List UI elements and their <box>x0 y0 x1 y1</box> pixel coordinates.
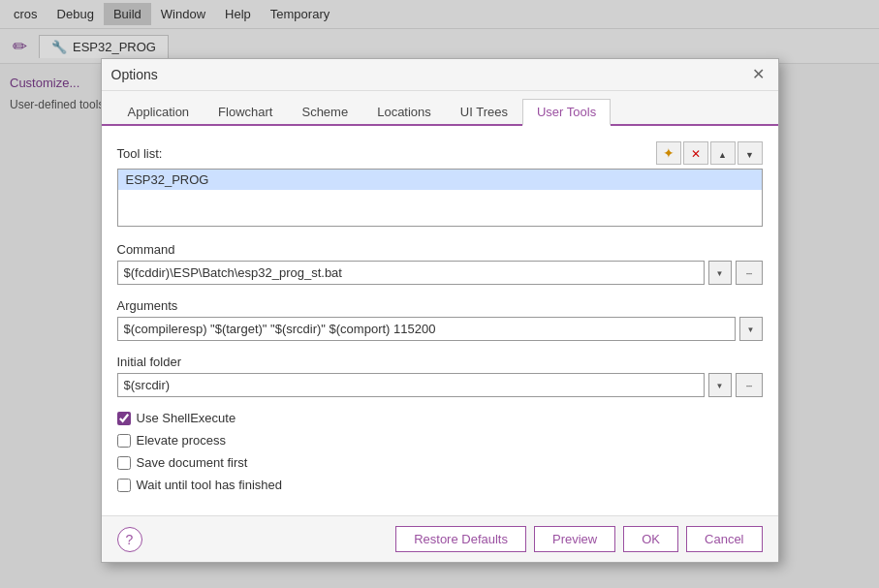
command-dropdown-button[interactable] <box>708 261 732 285</box>
dropdown-arrow-icon <box>716 267 724 278</box>
use-shell-execute-row: Use ShellExecute <box>117 411 763 425</box>
arguments-group: Arguments <box>117 298 763 341</box>
initial-folder-input-row <box>117 373 763 397</box>
command-label: Command <box>117 242 763 257</box>
command-browse-button[interactable] <box>736 261 763 285</box>
footer-right: Restore Defaults Preview OK Cancel <box>395 526 762 552</box>
command-input-row <box>117 261 763 285</box>
elevate-process-label[interactable]: Elevate process <box>137 433 227 448</box>
star-icon <box>663 145 675 161</box>
initial-folder-label: Initial folder <box>117 355 763 369</box>
preview-button[interactable]: Preview <box>534 526 615 552</box>
dialog-title: Options <box>111 67 158 82</box>
footer-left: ? <box>117 527 142 552</box>
tab-scheme[interactable]: Scheme <box>287 99 362 126</box>
initial-folder-browse-button[interactable] <box>736 373 763 397</box>
ok-button[interactable]: OK <box>623 526 678 552</box>
initial-folder-dropdown-button[interactable] <box>708 373 732 397</box>
arguments-input-row <box>117 317 763 341</box>
elevate-process-row: Elevate process <box>117 433 763 448</box>
tool-list-section: Tool list: <box>117 141 763 227</box>
tab-flowchart[interactable]: Flowchart <box>204 99 287 126</box>
dropdown-arrow-icon <box>716 380 724 390</box>
use-shell-execute-checkbox[interactable] <box>117 412 131 425</box>
save-document-checkbox[interactable] <box>117 456 131 470</box>
restore-defaults-button[interactable]: Restore Defaults <box>395 526 526 552</box>
wait-tool-row: Wait until tool has finished <box>117 478 763 492</box>
dialog-tabs: Application Flowchart Scheme Locations U… <box>102 91 778 126</box>
save-document-label[interactable]: Save document first <box>137 455 248 470</box>
options-dialog: Options ✕ Application Flowchart Scheme L… <box>101 58 779 563</box>
tab-locations[interactable]: Locations <box>362 99 446 126</box>
dialog-footer: ? Restore Defaults Preview OK Cancel <box>102 515 778 562</box>
arguments-label: Arguments <box>117 298 763 313</box>
use-shell-execute-label[interactable]: Use ShellExecute <box>137 411 236 425</box>
arguments-input[interactable] <box>117 317 736 341</box>
modal-overlay: Options ✕ Application Flowchart Scheme L… <box>0 0 879 588</box>
tool-list-item[interactable]: ESP32_PROG <box>118 170 762 190</box>
move-down-button[interactable] <box>738 141 763 165</box>
save-document-row: Save document first <box>117 455 763 470</box>
tool-list-buttons <box>656 141 763 165</box>
dialog-close-button[interactable]: ✕ <box>748 65 769 84</box>
wait-tool-label[interactable]: Wait until tool has finished <box>137 478 283 492</box>
tab-application[interactable]: Application <box>113 99 204 126</box>
remove-tool-button[interactable] <box>683 141 708 165</box>
browse-dots-icon <box>745 266 751 280</box>
elevate-process-checkbox[interactable] <box>117 434 131 448</box>
help-button[interactable]: ? <box>117 527 142 552</box>
move-up-button[interactable] <box>710 141 736 165</box>
wait-tool-checkbox[interactable] <box>117 479 131 492</box>
add-tool-button[interactable] <box>656 141 681 165</box>
command-group: Command <box>117 242 763 285</box>
dialog-titlebar: Options ✕ <box>102 59 778 91</box>
down-arrow-icon <box>745 146 754 161</box>
initial-folder-input[interactable] <box>117 373 705 397</box>
command-input[interactable] <box>117 261 705 285</box>
dialog-content: Tool list: <box>102 126 778 515</box>
tool-list-header: Tool list: <box>117 141 763 165</box>
arguments-dropdown-button[interactable] <box>739 317 763 341</box>
remove-icon <box>691 146 701 161</box>
initial-folder-group: Initial folder <box>117 355 763 397</box>
tab-ui-trees[interactable]: UI Trees <box>446 99 522 126</box>
dropdown-arrow-icon <box>747 324 755 334</box>
tool-list-box: ESP32_PROG <box>117 169 763 227</box>
tab-user-tools[interactable]: User Tools <box>522 99 611 126</box>
up-arrow-icon <box>718 146 727 161</box>
browse-dots-icon <box>745 379 751 392</box>
tool-list-label: Tool list: <box>117 146 163 161</box>
cancel-button[interactable]: Cancel <box>686 526 762 552</box>
